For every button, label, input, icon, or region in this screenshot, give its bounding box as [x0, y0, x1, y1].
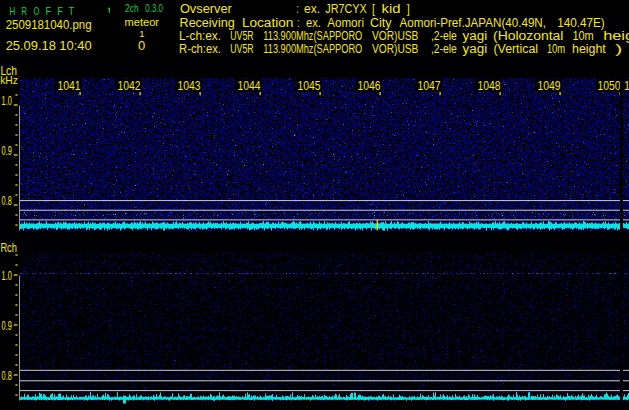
svg-text:R: R	[21, 5, 27, 17]
svg-text:height: height	[572, 42, 606, 56]
svg-text:T: T	[68, 5, 74, 17]
svg-text:O: O	[33, 5, 39, 17]
svg-text:Rch: Rch	[0, 241, 17, 255]
svg-text:1.0: 1.0	[2, 94, 12, 108]
svg-text:F: F	[57, 5, 63, 17]
svg-text:L-ch:ex.: L-ch:ex.	[179, 29, 221, 43]
svg-text:1050: 1050	[598, 79, 621, 93]
svg-text:(Vertical: (Vertical	[494, 42, 539, 56]
svg-text:yagi: yagi	[463, 42, 488, 56]
svg-text:140.47E): 140.47E)	[557, 16, 605, 30]
svg-text:ex.: ex.	[304, 2, 320, 16]
svg-text:113.900Mhz(SAPPORO: 113.900Mhz(SAPPORO	[263, 29, 362, 43]
svg-text:1046: 1046	[358, 79, 381, 93]
svg-text:City: City	[370, 16, 392, 30]
svg-text:ex.: ex.	[306, 16, 321, 30]
svg-text:0.8: 0.8	[2, 194, 12, 208]
svg-text:0.3.0: 0.3.0	[145, 2, 163, 14]
svg-text:1044: 1044	[238, 79, 261, 93]
svg-text:1042: 1042	[118, 79, 141, 93]
svg-text:10m: 10m	[547, 42, 565, 56]
svg-text:): )	[615, 42, 622, 56]
svg-text:2509181040.png: 2509181040.png	[6, 17, 92, 32]
svg-text:R-ch:ex.: R-ch:ex.	[179, 42, 221, 56]
svg-text:113.900Mhz(SAPPORO: 113.900Mhz(SAPPORO	[263, 42, 362, 56]
svg-text:Aomori: Aomori	[327, 16, 364, 30]
svg-text:0.8: 0.8	[2, 369, 12, 383]
svg-text:VOR)USB: VOR)USB	[372, 42, 419, 56]
svg-text:0.9: 0.9	[2, 319, 12, 333]
svg-text:1049: 1049	[538, 79, 561, 93]
svg-text::: :	[297, 16, 300, 30]
svg-text:]: ]	[407, 2, 410, 16]
svg-text:JR7CYX: JR7CYX	[325, 2, 367, 16]
svg-text:0: 0	[138, 38, 145, 53]
svg-text:Ovserver: Ovserver	[180, 2, 232, 16]
svg-text:Aomori-Pref.JAPAN(40.49N,: Aomori-Pref.JAPAN(40.49N,	[400, 16, 547, 30]
svg-text:1041: 1041	[58, 79, 81, 93]
svg-text:Receiving: Receiving	[180, 16, 235, 30]
svg-text:VOR)USB: VOR)USB	[372, 29, 419, 43]
svg-text:height): height)	[603, 29, 629, 43]
svg-text:kid: kid	[382, 2, 401, 16]
svg-text:(Holozontal: (Holozontal	[493, 29, 563, 43]
svg-text:UV5R: UV5R	[230, 42, 253, 56]
svg-text:1045: 1045	[298, 79, 321, 93]
svg-text::: :	[296, 2, 299, 16]
svg-text:1.0: 1.0	[2, 269, 12, 283]
svg-text:1047: 1047	[418, 79, 441, 93]
svg-text:UV5R: UV5R	[230, 29, 253, 43]
svg-text:1043: 1043	[178, 79, 201, 93]
svg-text:meteor: meteor	[125, 16, 160, 28]
svg-text:10: 10	[624, 79, 629, 93]
svg-text:1048: 1048	[478, 79, 501, 93]
svg-text:Location: Location	[242, 16, 294, 30]
svg-text:[: [	[372, 2, 376, 16]
svg-text:,2-ele: ,2-ele	[431, 29, 457, 43]
svg-text:,2-ele: ,2-ele	[431, 42, 457, 56]
svg-text:yagi: yagi	[463, 29, 488, 43]
svg-text:0.9: 0.9	[2, 144, 12, 158]
svg-text:kHz: kHz	[0, 74, 18, 86]
svg-text:10m: 10m	[572, 29, 593, 43]
svg-text:25.09.18 10:40: 25.09.18 10:40	[6, 38, 92, 53]
svg-text:F: F	[46, 5, 52, 17]
svg-text:H: H	[10, 5, 16, 17]
svg-text:2ch: 2ch	[125, 2, 139, 14]
